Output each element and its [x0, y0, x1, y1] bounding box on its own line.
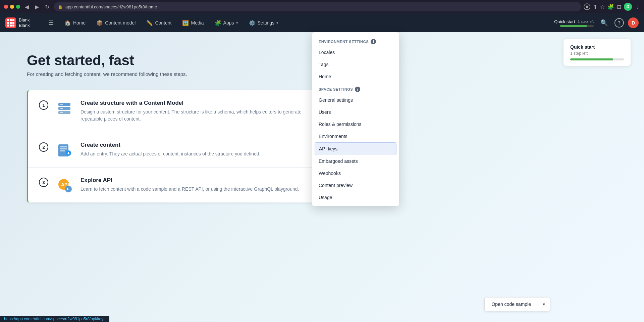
progress-bar — [560, 25, 594, 27]
share-button[interactable]: ⬆ — [593, 4, 597, 10]
open-code-sample-button[interactable]: Open code sample ▾ — [484, 297, 550, 311]
lock-icon: 🔒 — [58, 5, 63, 9]
logo-text: Blank Blank — [19, 17, 30, 28]
nav-item-content-model[interactable]: 📦 Content model — [91, 13, 141, 32]
nav-item-apps[interactable]: 🧩 Apps ▾ — [209, 13, 244, 32]
dropdown-content-preview[interactable]: Content preview — [312, 179, 399, 191]
space-settings-info-icon[interactable]: i — [355, 87, 360, 92]
quick-start-sublabel: 1 step left — [578, 19, 594, 24]
dropdown-locales[interactable]: Locales — [312, 46, 399, 58]
nav-right: Quick start 1 step left 🔍 ? D — [554, 16, 639, 29]
step-3-icon: API — [55, 177, 74, 193]
space-settings-header: SPACE SETTINGS i — [312, 83, 399, 94]
svg-rect-10 — [60, 148, 67, 149]
browser-window-controls — [4, 5, 20, 9]
url-text: app.contentful.com/spaces/ri2w981po5r8/h… — [65, 4, 157, 9]
browser-actions: ⬆ ☆ 🧩 ⊡ D ⋮ — [584, 3, 640, 11]
space-settings-label: SPACE SETTINGS — [319, 87, 353, 91]
status-bar: https://app.contentful.com/spaces/ri2w98… — [0, 316, 109, 322]
step-2-desc: Add an entry. They are actual pieces of … — [80, 150, 318, 157]
extensions-button[interactable]: 🧩 — [607, 4, 614, 10]
dropdown-usage[interactable]: Usage — [312, 191, 399, 203]
nav-label-content: Content — [155, 20, 171, 26]
progress-bar-fill — [560, 25, 587, 27]
content-icon: ✏️ — [146, 20, 153, 26]
step-1: 1 Create structure with a Content Model … — [28, 90, 329, 132]
step-1-desc: Design a custom structure for your conte… — [80, 108, 318, 123]
dropdown-embargoed-assets[interactable]: Embargoed assets — [312, 155, 399, 167]
nav-label-apps: Apps — [223, 20, 234, 26]
address-bar[interactable]: 🔒 app.contentful.com/spaces/ri2w981po5r8… — [54, 2, 581, 11]
maximize-dot — [16, 5, 20, 9]
content-model-icon: 📦 — [96, 20, 103, 26]
chrome-icon — [584, 3, 590, 10]
quick-start-label: Quick start — [554, 19, 575, 24]
step-2-title: Create content — [80, 142, 318, 148]
dropdown-roles-permissions[interactable]: Roles & permissions — [312, 118, 399, 130]
profile-button[interactable]: ⊡ — [617, 4, 621, 10]
step-1-title: Create structure with a Content Model — [80, 100, 318, 106]
dropdown-tags[interactable]: Tags — [312, 58, 399, 71]
nav-label-media: Media — [191, 20, 204, 26]
user-avatar[interactable]: D — [628, 17, 639, 28]
reload-button[interactable]: ↻ — [43, 3, 51, 11]
dropdown-webhooks[interactable]: Webhooks — [312, 167, 399, 179]
qs-progress-bar — [570, 58, 624, 60]
svg-rect-9 — [60, 146, 67, 147]
dropdown-general-settings[interactable]: General settings — [312, 94, 399, 106]
settings-chevron-icon: ▾ — [276, 21, 278, 25]
svg-rect-7 — [60, 112, 63, 113]
apps-icon: 🧩 — [215, 20, 221, 26]
hamburger-button[interactable]: ☰ — [46, 16, 56, 29]
nav-label-settings: Settings — [258, 20, 275, 26]
quick-start-area: Quick start 1 step left — [554, 19, 594, 27]
nav-item-content[interactable]: ✏️ Content — [141, 13, 177, 32]
open-code-chevron-button[interactable]: ▾ — [538, 297, 550, 311]
browser-chrome: ◀ ▶ ↻ 🔒 app.contentful.com/spaces/ri2w98… — [0, 0, 644, 13]
close-dot — [4, 5, 8, 9]
apps-chevron-icon: ▾ — [236, 21, 238, 25]
settings-dropdown: ENVIRONMENT SETTINGS i Locales Tags Home… — [312, 32, 399, 206]
step-2: 2 Create content Add an entry. They are … — [28, 132, 329, 168]
step-3: 3 API Explore API Learn to fetch content… — [28, 168, 329, 202]
steps-container: 1 Create structure with a Content Model … — [27, 90, 329, 202]
nav-items: 🏠 Home 📦 Content model ✏️ Content 🖼️ Med… — [59, 13, 554, 32]
bookmark-button[interactable]: ☆ — [600, 4, 605, 10]
nav-label-content-model: Content model — [105, 20, 136, 26]
menu-button[interactable]: ⋮ — [635, 4, 640, 10]
back-button[interactable]: ◀ — [23, 3, 31, 11]
step-1-content: Create structure with a Content Model De… — [80, 100, 318, 123]
svg-rect-5 — [60, 104, 63, 105]
nav-item-home[interactable]: 🏠 Home — [59, 13, 91, 32]
dropdown-environments[interactable]: Environments — [312, 130, 399, 142]
step-1-number: 1 — [39, 100, 48, 110]
svg-rect-14 — [68, 152, 69, 154]
open-code-main-button[interactable]: Open code sample — [485, 297, 538, 311]
env-settings-label: ENVIRONMENT SETTINGS — [319, 40, 369, 44]
help-button[interactable]: ? — [614, 18, 624, 28]
user-circle[interactable]: D — [624, 3, 632, 11]
media-icon: 🖼️ — [182, 20, 189, 26]
forward-button[interactable]: ▶ — [33, 3, 41, 11]
settings-icon: ⚙️ — [249, 20, 256, 26]
dropdown-users[interactable]: Users — [312, 106, 399, 118]
minimize-dot — [10, 5, 14, 9]
search-button[interactable]: 🔍 — [598, 16, 610, 29]
step-2-number: 2 — [39, 142, 48, 152]
env-settings-info-icon[interactable]: i — [371, 39, 376, 44]
home-icon: 🏠 — [64, 20, 71, 26]
step-2-content: Create content Add an entry. They are ac… — [80, 142, 318, 157]
dropdown-home[interactable]: Home — [312, 71, 399, 83]
status-url: https://app.contentful.com/spaces/ri2w98… — [4, 317, 105, 321]
browser-navigation: ◀ ▶ ↻ — [23, 3, 51, 11]
nav-item-settings[interactable]: ⚙️ Settings ▾ — [244, 13, 284, 32]
top-navigation: Blank Blank ☰ 🏠 Home 📦 Content model ✏️ … — [0, 13, 644, 32]
nav-item-media[interactable]: 🖼️ Media — [177, 13, 209, 32]
svg-rect-11 — [60, 150, 65, 151]
qs-subtitle: 1 step left — [570, 51, 624, 56]
dropdown-api-keys[interactable]: API keys — [315, 142, 396, 155]
svg-point-1 — [586, 6, 588, 8]
svg-rect-6 — [60, 108, 63, 109]
nav-label-home: Home — [73, 20, 86, 26]
qs-progress-fill — [570, 58, 613, 60]
